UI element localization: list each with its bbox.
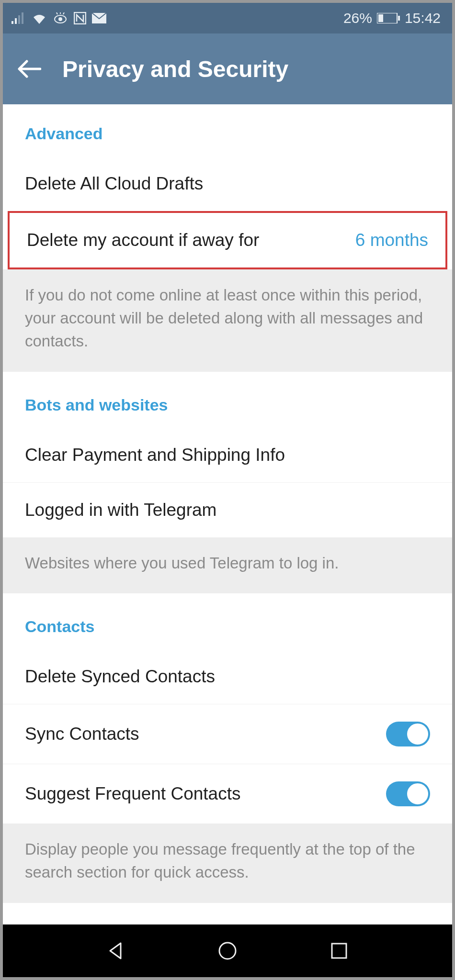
advanced-footer: If you do not come online at least once … bbox=[3, 269, 452, 372]
clear-payment-label: Clear Payment and Shipping Info bbox=[25, 445, 285, 465]
sync-contacts-label: Sync Contacts bbox=[25, 724, 139, 744]
bots-footer: Websites where you used Telegram to log … bbox=[3, 537, 452, 594]
page-title: Privacy and Security bbox=[62, 56, 288, 82]
nav-back-button[interactable] bbox=[105, 940, 126, 961]
delete-account-label: Delete my account if away for bbox=[27, 230, 259, 250]
app-bar: Privacy and Security bbox=[3, 33, 452, 104]
svg-rect-3 bbox=[22, 12, 23, 24]
battery-icon bbox=[377, 13, 400, 23]
sync-contacts-row[interactable]: Sync Contacts bbox=[3, 704, 452, 764]
delete-account-highlight: Delete my account if away for 6 months bbox=[8, 211, 447, 269]
clear-payment-row[interactable]: Clear Payment and Shipping Info bbox=[3, 428, 452, 483]
nfc-icon bbox=[74, 12, 86, 24]
sync-contacts-toggle[interactable] bbox=[386, 722, 430, 746]
delete-account-value: 6 months bbox=[355, 230, 428, 250]
svg-rect-2 bbox=[18, 15, 20, 24]
svg-point-14 bbox=[219, 943, 236, 959]
svg-rect-15 bbox=[332, 944, 346, 958]
nav-home-button[interactable] bbox=[217, 940, 238, 961]
back-button[interactable] bbox=[17, 59, 41, 78]
phone-screen: 26% 15:42 Privacy and Security Advanced … bbox=[0, 0, 455, 980]
signal-icon bbox=[11, 12, 26, 24]
svg-rect-13 bbox=[398, 16, 400, 21]
section-header-bots: Bots and websites bbox=[3, 372, 452, 428]
status-bar: 26% 15:42 bbox=[3, 3, 452, 33]
delete-account-row[interactable]: Delete my account if away for 6 months bbox=[10, 213, 445, 267]
delete-synced-label: Delete Synced Contacts bbox=[25, 667, 215, 687]
svg-rect-1 bbox=[15, 18, 17, 24]
mail-icon bbox=[92, 13, 106, 23]
section-header-contacts: Contacts bbox=[3, 593, 452, 649]
suggest-contacts-row[interactable]: Suggest Frequent Contacts bbox=[3, 764, 452, 824]
suggest-contacts-toggle[interactable] bbox=[386, 781, 430, 806]
status-right: 26% 15:42 bbox=[343, 10, 441, 26]
delete-drafts-row[interactable]: Delete All Cloud Drafts bbox=[3, 156, 452, 211]
svg-rect-0 bbox=[11, 21, 13, 24]
battery-percent-text: 26% bbox=[343, 10, 372, 26]
svg-rect-12 bbox=[378, 14, 383, 22]
time-text: 15:42 bbox=[405, 10, 441, 26]
section-header-advanced: Advanced bbox=[3, 104, 452, 156]
contacts-footer: Display people you message frequently at… bbox=[3, 824, 452, 903]
logged-in-row[interactable]: Logged in with Telegram bbox=[3, 483, 452, 537]
svg-line-6 bbox=[57, 12, 57, 14]
toggle-knob bbox=[406, 782, 429, 805]
toggle-knob bbox=[406, 723, 429, 746]
eye-icon bbox=[53, 12, 68, 24]
delete-drafts-label: Delete All Cloud Drafts bbox=[25, 174, 203, 194]
logged-in-label: Logged in with Telegram bbox=[25, 500, 216, 520]
svg-line-8 bbox=[63, 12, 64, 14]
svg-point-5 bbox=[58, 17, 62, 21]
wifi-icon bbox=[32, 12, 47, 24]
nav-recent-button[interactable] bbox=[329, 940, 350, 961]
delete-synced-row[interactable]: Delete Synced Contacts bbox=[3, 649, 452, 704]
suggest-contacts-label: Suggest Frequent Contacts bbox=[25, 784, 240, 804]
status-left bbox=[11, 12, 106, 24]
settings-content: Advanced Delete All Cloud Drafts Delete … bbox=[3, 104, 452, 924]
android-nav-bar bbox=[3, 924, 452, 977]
